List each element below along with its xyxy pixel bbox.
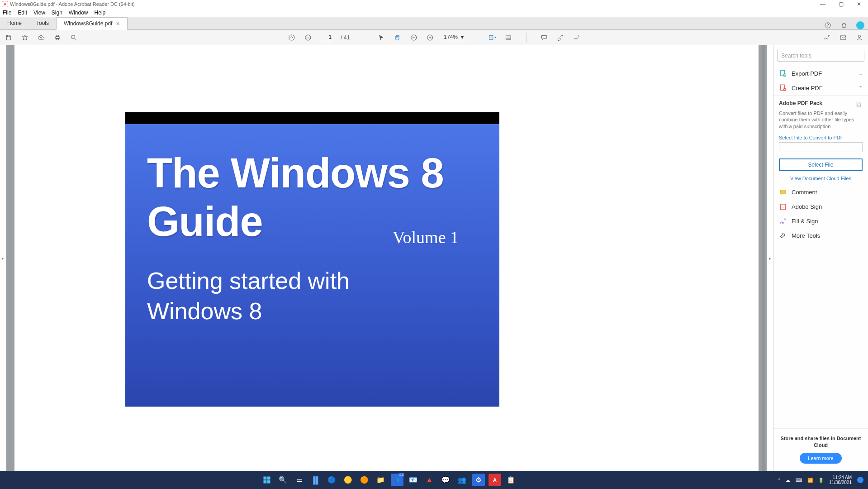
page-display-icon[interactable] xyxy=(504,34,512,42)
maximize-button[interactable]: ▢ xyxy=(832,1,850,7)
doc-volume: Volume 1 xyxy=(393,227,459,247)
page-up-icon[interactable] xyxy=(287,34,295,42)
tab-tools[interactable]: Tools xyxy=(29,17,56,29)
svg-rect-12 xyxy=(840,36,846,39)
create-pdf-icon xyxy=(779,84,787,92)
star-icon[interactable] xyxy=(21,34,29,42)
zoom-level[interactable]: 174% ▾ xyxy=(442,34,465,41)
print-icon[interactable] xyxy=(53,34,62,42)
taskbar-app-3[interactable]: 📋 xyxy=(505,474,517,486)
menu-file[interactable]: File xyxy=(3,10,11,16)
tab-close-icon[interactable]: ✕ xyxy=(116,21,120,27)
menu-window[interactable]: Window xyxy=(69,10,88,16)
cloud-upload-icon[interactable] xyxy=(37,34,45,42)
help-icon[interactable] xyxy=(824,21,832,29)
menu-edit[interactable]: Edit xyxy=(18,10,27,16)
svg-rect-3 xyxy=(56,35,58,36)
document-area[interactable]: The Windows 8 Guide Volume 1 Getting sta… xyxy=(6,45,767,471)
sign-tool-icon[interactable] xyxy=(573,34,581,42)
tray-battery-icon[interactable]: 🔋 xyxy=(818,478,824,483)
page-total: / 41 xyxy=(341,34,350,41)
tray-keyboard-icon[interactable]: ⌨ xyxy=(796,478,802,483)
file-path-input[interactable] xyxy=(779,142,863,152)
tray-notification-icon[interactable] xyxy=(857,477,863,483)
account-avatar[interactable] xyxy=(856,21,864,29)
tray-network-icon[interactable]: 📶 xyxy=(807,478,813,483)
taskbar-acrobat[interactable]: A xyxy=(489,474,501,486)
select-file-button[interactable]: Select File xyxy=(779,158,863,171)
title-bar: A Windows8Guide.pdf - Adobe Acrobat Read… xyxy=(0,0,868,8)
tab-document[interactable]: Windows8Guide.pdf✕ xyxy=(56,17,128,30)
save-icon[interactable] xyxy=(5,34,13,42)
tray-clock[interactable]: 11:24 AM 11/30/2021 xyxy=(829,475,852,485)
svg-rect-4 xyxy=(56,38,58,40)
svg-point-5 xyxy=(71,35,75,38)
tool-adobe-sign[interactable]: Adobe Sign xyxy=(773,200,868,214)
taskbar-app-1[interactable]: 📘23 xyxy=(391,474,403,486)
svg-point-21 xyxy=(784,234,785,235)
taskbar-whatsapp[interactable]: 💬 xyxy=(440,474,452,486)
dc-promo: Store and share files in Document Cloud … xyxy=(773,428,868,471)
menu-help[interactable]: Help xyxy=(95,10,106,16)
tool-more-tools[interactable]: More Tools xyxy=(773,229,868,243)
tool-create-pdf[interactable]: Create PDF ⌃ xyxy=(773,81,868,95)
page-number-input[interactable] xyxy=(320,34,332,41)
tool-comment[interactable]: Comment xyxy=(773,185,868,200)
chevron-up-icon: ⌃ xyxy=(859,85,863,91)
tool-fill-sign[interactable]: Fill & Sign xyxy=(773,214,868,229)
adobe-pdf-pack: Adobe PDF Pack Convert files to PDF and … xyxy=(773,95,868,131)
taskbar-outlook[interactable]: 📧 xyxy=(407,474,420,486)
fit-width-icon[interactable]: ▾ xyxy=(488,34,496,42)
taskbar-drive[interactable]: 🔺 xyxy=(423,474,436,486)
fill-sign-icon xyxy=(779,217,787,225)
menu-view[interactable]: View xyxy=(33,10,45,16)
menu-bar: File Edit View Sign Window Help xyxy=(0,8,868,17)
adobe-sign-icon xyxy=(779,203,787,211)
zoom-in-icon[interactable] xyxy=(426,34,434,42)
main-toolbar: / 41 174% ▾ ▾ xyxy=(0,30,868,45)
taskbar-chrome[interactable]: 🟡 xyxy=(342,474,355,486)
search-taskbar-icon[interactable]: 🔍 xyxy=(277,474,289,486)
search-icon[interactable] xyxy=(70,34,78,42)
left-panel-toggle[interactable]: ▸ xyxy=(0,45,6,471)
bell-icon[interactable] xyxy=(840,21,848,29)
minimize-button[interactable]: — xyxy=(814,1,832,7)
view-dc-files-link[interactable]: View Document Cloud Files xyxy=(773,175,868,185)
comment-icon xyxy=(779,188,787,197)
tools-panel: Search tools Export PDF ⌄ Create PDF ⌃ A… xyxy=(773,45,868,471)
page-down-icon[interactable] xyxy=(304,34,312,42)
search-tools-input[interactable]: Search tools xyxy=(777,50,864,62)
taskbar-app-2[interactable]: ⚙ xyxy=(472,474,485,486)
comment-tool-icon[interactable] xyxy=(540,34,548,42)
tab-home[interactable]: Home xyxy=(0,17,29,29)
chevron-down-icon: ⌄ xyxy=(859,71,863,77)
zoom-out-icon[interactable] xyxy=(409,34,417,42)
mail-icon[interactable] xyxy=(839,34,847,42)
scrollbar[interactable] xyxy=(762,45,765,471)
taskbar-firefox[interactable]: 🟠 xyxy=(358,474,371,486)
task-view-icon[interactable]: ▭ xyxy=(293,474,306,486)
taskbar-explorer[interactable]: 📁 xyxy=(375,474,387,486)
tray-chevron-icon[interactable]: ˄ xyxy=(778,478,780,483)
svg-rect-11 xyxy=(506,36,511,39)
tray-onedrive-icon[interactable]: ☁ xyxy=(786,478,790,483)
highlight-tool-icon[interactable] xyxy=(556,34,564,42)
hand-tool-icon[interactable] xyxy=(393,34,401,42)
signature-icon[interactable] xyxy=(823,34,831,42)
menu-sign[interactable]: Sign xyxy=(52,10,62,16)
svg-rect-25 xyxy=(267,480,270,484)
svg-point-1 xyxy=(828,27,828,27)
start-button[interactable] xyxy=(261,474,273,486)
close-window-button[interactable]: ✕ xyxy=(850,1,868,7)
select-arrow-icon[interactable] xyxy=(377,34,385,42)
learn-more-button[interactable]: Learn more xyxy=(800,453,841,464)
tool-export-pdf[interactable]: Export PDF ⌄ xyxy=(773,66,868,81)
tab-bar: Home Tools Windows8Guide.pdf✕ xyxy=(0,17,868,30)
right-panel-toggle[interactable]: ▸ xyxy=(767,45,773,471)
svg-rect-10 xyxy=(489,35,493,39)
profile-icon[interactable] xyxy=(855,34,863,42)
widgets-icon[interactable]: ▐▌ xyxy=(309,474,322,486)
more-tools-icon xyxy=(779,232,787,240)
taskbar-teams[interactable]: 👥 xyxy=(456,474,469,486)
taskbar-edge[interactable]: 🔵 xyxy=(326,474,338,486)
